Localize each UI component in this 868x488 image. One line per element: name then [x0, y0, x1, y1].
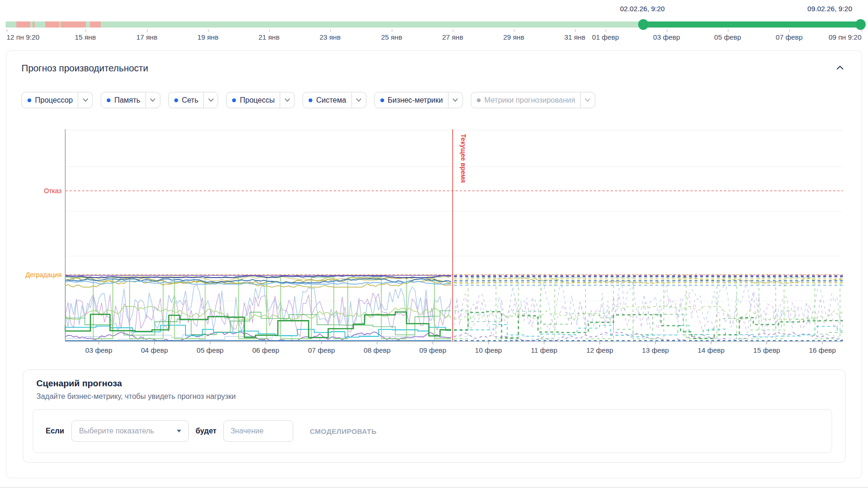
- range-handle-start[interactable]: [638, 19, 648, 30]
- range-end-label: 09.02.26, 9:20: [807, 5, 852, 13]
- forecast-chart: ОтказДеградацияТекущее время03 февр04 фе…: [7, 121, 861, 359]
- metric-dot-icon: [107, 98, 110, 102]
- metric-filter-row: ПроцессорПамятьСетьПроцессыСистемаБизнес…: [21, 92, 595, 108]
- scenario-title: Сценарий прогноза: [36, 378, 122, 389]
- metric-filter-chip[interactable]: Память: [101, 92, 160, 108]
- metric-dot-icon: [309, 98, 312, 102]
- timeline-tick-label: 09 пн 9:20: [828, 33, 861, 41]
- svg-text:08 февр: 08 февр: [364, 346, 391, 354]
- svg-text:15 февр: 15 февр: [753, 346, 780, 354]
- will-be-label: будет: [196, 427, 217, 435]
- svg-text:09 февр: 09 февр: [419, 346, 446, 354]
- incident-segment: [16, 21, 30, 28]
- metric-filter-label: Процессы: [240, 96, 275, 105]
- svg-text:03 февр: 03 февр: [85, 346, 112, 354]
- metric-dot-icon: [477, 98, 481, 102]
- timeline-selected-range[interactable]: [643, 21, 861, 28]
- collapse-button[interactable]: [834, 61, 847, 74]
- bottom-divider: [0, 487, 868, 488]
- page-title: Прогноз производительности: [21, 63, 148, 74]
- timeline-tick: [453, 29, 454, 32]
- svg-text:12 февр: 12 февр: [586, 346, 613, 354]
- timeline-tick: [208, 29, 209, 32]
- metric-dot-icon: [380, 98, 384, 102]
- timeline-tick-label: 29 янв: [503, 33, 524, 41]
- timeline-tick-label: 19 янв: [197, 33, 218, 41]
- metric-filter-chip[interactable]: Сеть: [168, 92, 219, 108]
- metric-filter-label: Система: [316, 96, 346, 105]
- timeline-tick: [7, 29, 7, 32]
- timeline-tick: [728, 29, 729, 32]
- scenario-form: Если Выберите показатель будет СМОДЕЛИРО…: [33, 409, 832, 453]
- chevron-down-icon[interactable]: [352, 92, 366, 108]
- timeline-tick-label: 31 янв: [564, 33, 585, 41]
- timeline-tick: [147, 29, 148, 32]
- metric-select-placeholder: Выберите показатель: [79, 427, 154, 435]
- svg-text:Текущее время: Текущее время: [460, 134, 467, 183]
- metric-dot-icon: [28, 98, 31, 102]
- timeline-tick: [575, 29, 576, 32]
- metric-filter-label: Сеть: [182, 96, 199, 105]
- simulate-button[interactable]: СМОДЕЛИРОВАТЬ: [307, 427, 379, 436]
- timeline-tick: [85, 29, 86, 32]
- incident-segment: [61, 21, 86, 28]
- chevron-down-icon[interactable]: [146, 92, 160, 108]
- metric-dot-icon: [232, 98, 236, 102]
- metric-filter-chip[interactable]: Процессы: [226, 92, 295, 108]
- select-caret-icon: [176, 429, 182, 433]
- svg-text:13 февр: 13 февр: [642, 346, 669, 354]
- metric-filter-chip[interactable]: Процессор: [21, 92, 93, 108]
- timeline-tick-label: 23 янв: [319, 33, 340, 41]
- svg-text:06 февр: 06 февр: [252, 346, 279, 354]
- metric-filter-chip[interactable]: Метрики прогнозирования: [471, 92, 595, 108]
- svg-text:05 февр: 05 февр: [197, 346, 224, 354]
- timeline-tick-label: 03 февр: [653, 33, 680, 41]
- scenario-subtitle: Задайте бизнес-метрику, чтобы увидеть пр…: [36, 392, 236, 401]
- timeline-tick: [514, 29, 515, 32]
- timeline-tick: [606, 29, 606, 32]
- metric-filter-chip[interactable]: Бизнес-метрики: [374, 92, 463, 108]
- timeline-tick: [269, 29, 270, 32]
- forecast-chart-svg: ОтказДеградацияТекущее время03 февр04 фе…: [7, 121, 861, 359]
- timeline-tick: [861, 29, 862, 32]
- incident-segment: [45, 21, 59, 28]
- timeline-tick-label: 27 янв: [442, 33, 463, 41]
- svg-text:04 февр: 04 февр: [141, 346, 168, 354]
- timeline-tick: [392, 29, 393, 32]
- range-handle-end[interactable]: [855, 19, 866, 30]
- chevron-down-icon[interactable]: [581, 92, 595, 108]
- metric-filter-label: Процессор: [35, 96, 73, 105]
- value-input[interactable]: [223, 420, 293, 442]
- svg-text:07 февр: 07 февр: [308, 346, 335, 354]
- timeline-tick: [330, 29, 331, 32]
- timeline-tick-label: 21 янв: [258, 33, 279, 41]
- metric-select[interactable]: Выберите показатель: [71, 420, 189, 442]
- metric-filter-label: Бизнес-метрики: [388, 96, 443, 105]
- timeline-tick-label: 01 февр: [592, 33, 619, 41]
- timeline-track[interactable]: [6, 21, 862, 28]
- svg-text:Отказ: Отказ: [44, 187, 62, 195]
- timeline-tick-label: 15 янв: [75, 33, 96, 41]
- svg-text:14 февр: 14 февр: [697, 346, 724, 354]
- chevron-down-icon[interactable]: [280, 92, 294, 108]
- timeline-tick-label: 25 янв: [381, 33, 402, 41]
- metric-filter-label: Память: [114, 96, 140, 105]
- if-label: Если: [46, 427, 64, 435]
- incident-segment: [90, 21, 101, 28]
- metric-filter-label: Метрики прогнозирования: [484, 96, 575, 105]
- range-start-label: 02.02.26, 9:20: [620, 5, 665, 13]
- timeline-tick-label: 12 пн 9:20: [7, 33, 40, 41]
- svg-text:11 февр: 11 февр: [531, 346, 558, 354]
- timeline-tick: [667, 29, 668, 32]
- chevron-down-icon[interactable]: [448, 92, 462, 108]
- timeline-tick-label: 07 февр: [776, 33, 803, 41]
- svg-text:16 февр: 16 февр: [809, 346, 836, 354]
- chevron-down-icon[interactable]: [204, 92, 218, 108]
- metric-filter-chip[interactable]: Система: [303, 92, 366, 108]
- incident-segment: [33, 21, 34, 28]
- svg-text:Деградация: Деградация: [26, 271, 62, 279]
- timeline-tick: [789, 29, 790, 32]
- chevron-up-icon: [836, 65, 844, 70]
- timeline-tick-label: 05 февр: [714, 33, 741, 41]
- chevron-down-icon[interactable]: [78, 92, 92, 108]
